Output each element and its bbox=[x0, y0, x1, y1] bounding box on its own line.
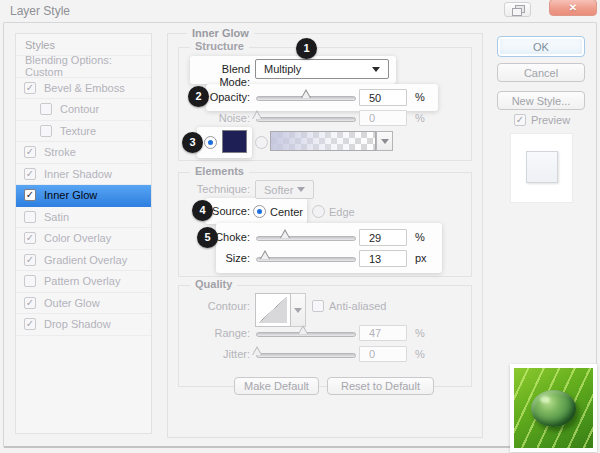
glow-color-radio[interactable] bbox=[204, 136, 217, 149]
slider-thumb[interactable] bbox=[252, 110, 262, 119]
style-preview-box bbox=[510, 133, 573, 203]
sidebar-item-gradient-overlay[interactable]: ✓ Gradient Overlay bbox=[16, 250, 151, 272]
checkbox-icon[interactable] bbox=[40, 103, 52, 115]
opacity-slider[interactable] bbox=[256, 96, 356, 101]
annotation-badge-5: 5 bbox=[197, 227, 218, 248]
noise-slider[interactable] bbox=[256, 117, 356, 122]
size-slider[interactable] bbox=[256, 257, 356, 262]
sidebar-item-inner-shadow[interactable]: ✓ Inner Shadow bbox=[16, 164, 151, 186]
close-button[interactable]: ✕ bbox=[549, 0, 597, 16]
glow-color-swatch[interactable] bbox=[222, 130, 247, 153]
sidebar-item-color-overlay[interactable]: ✓ Color Overlay bbox=[16, 228, 151, 250]
size-value-input[interactable] bbox=[359, 250, 407, 267]
preview-checkbox[interactable]: ✓ bbox=[514, 114, 526, 126]
checkbox-icon[interactable]: ✓ bbox=[24, 189, 36, 201]
sidebar-item-contour[interactable]: Contour bbox=[16, 99, 151, 121]
technique-dropdown[interactable]: Softer bbox=[255, 180, 314, 199]
make-default-button[interactable]: Make Default bbox=[234, 377, 319, 395]
checkbox-icon[interactable]: ✓ bbox=[24, 82, 36, 94]
sidebar-item-label: Satin bbox=[44, 211, 69, 223]
technique-label: Technique: bbox=[190, 183, 250, 196]
sidebar-item-stroke[interactable]: ✓ Stroke bbox=[16, 142, 151, 164]
sidebar-item-label: Inner Shadow bbox=[44, 168, 112, 180]
glow-gradient-radio[interactable] bbox=[255, 136, 268, 149]
checkbox-icon[interactable]: ✓ bbox=[24, 318, 36, 330]
range-label: Range: bbox=[190, 327, 250, 340]
chevron-down-icon bbox=[297, 187, 305, 192]
sidebar-item-label: Color Overlay bbox=[44, 232, 111, 244]
reset-to-default-button[interactable]: Reset to Default bbox=[327, 377, 434, 395]
blend-mode-dropdown[interactable]: Multiply bbox=[255, 59, 389, 79]
ok-button[interactable]: OK bbox=[497, 36, 585, 57]
source-edge-radio[interactable] bbox=[312, 205, 325, 218]
slider-thumb[interactable] bbox=[301, 89, 311, 98]
range-slider[interactable] bbox=[256, 332, 356, 337]
range-unit: % bbox=[415, 327, 425, 340]
checkbox-icon[interactable]: ✓ bbox=[24, 168, 36, 180]
sidebar-item-label: Gradient Overlay bbox=[44, 254, 127, 266]
jitter-label: Jitter: bbox=[190, 348, 250, 361]
glow-gradient-bar[interactable] bbox=[270, 131, 376, 151]
sidebar-item-label: Blending Options: Custom bbox=[25, 54, 151, 78]
sidebar-item-outer-glow[interactable]: ✓ Outer Glow bbox=[16, 293, 151, 315]
sidebar-item-label: Bevel & Emboss bbox=[44, 82, 125, 94]
chevron-down-icon bbox=[381, 139, 389, 144]
water-drop bbox=[531, 390, 576, 427]
noise-value-input[interactable] bbox=[359, 110, 407, 126]
sidebar-item-inner-glow[interactable]: ✓ Inner Glow bbox=[16, 185, 151, 207]
window-title: Layer Style bbox=[10, 4, 70, 18]
jitter-value-input[interactable] bbox=[359, 346, 407, 362]
checkbox-icon[interactable] bbox=[40, 125, 52, 137]
elements-legend: Elements bbox=[190, 165, 249, 178]
sidebar-item-pattern-overlay[interactable]: Pattern Overlay bbox=[16, 271, 151, 293]
checkbox-icon[interactable]: ✓ bbox=[24, 254, 36, 266]
cancel-button[interactable]: Cancel bbox=[497, 63, 585, 82]
technique-value: Softer bbox=[264, 184, 297, 196]
sidebar-item-satin[interactable]: Satin bbox=[16, 207, 151, 229]
sidebar-header-label: Styles bbox=[25, 39, 55, 51]
slider-thumb[interactable] bbox=[260, 250, 270, 259]
restore-window-icon bbox=[512, 5, 524, 14]
size-unit: px bbox=[415, 252, 427, 265]
sidebar-item-drop-shadow[interactable]: ✓ Drop Shadow bbox=[16, 314, 151, 336]
opacity-value-input[interactable] bbox=[359, 89, 407, 106]
sidebar-item-label: Outer Glow bbox=[44, 297, 100, 309]
preview-label: Preview bbox=[531, 114, 570, 126]
sidebar-item-label: Pattern Overlay bbox=[44, 275, 120, 287]
slider-thumb[interactable] bbox=[252, 346, 262, 355]
range-value-input[interactable] bbox=[359, 325, 407, 341]
slider-thumb[interactable] bbox=[280, 229, 290, 238]
checkbox-icon[interactable]: ✓ bbox=[24, 232, 36, 244]
antialiased-label: Anti-aliased bbox=[329, 300, 386, 313]
sidebar-item-blending-options[interactable]: Blending Options: Custom bbox=[16, 56, 151, 78]
sidebar-item-bevel-emboss[interactable]: ✓ Bevel & Emboss bbox=[16, 78, 151, 100]
new-style-button[interactable]: New Style... bbox=[497, 91, 585, 110]
noise-label: Noise: bbox=[190, 112, 250, 125]
choke-slider[interactable] bbox=[256, 236, 356, 241]
choke-unit: % bbox=[415, 231, 425, 244]
chevron-down-icon bbox=[372, 67, 380, 72]
source-center-radio[interactable] bbox=[253, 205, 266, 218]
antialiased-checkbox[interactable] bbox=[312, 300, 324, 312]
restore-window-button[interactable] bbox=[504, 2, 531, 17]
gradient-picker-button[interactable] bbox=[376, 131, 393, 151]
contour-preview[interactable] bbox=[255, 293, 291, 327]
jitter-slider[interactable] bbox=[256, 353, 356, 358]
source-edge-label: Edge bbox=[329, 206, 355, 219]
annotation-badge-1: 1 bbox=[296, 38, 317, 59]
sidebar-item-texture[interactable]: Texture bbox=[16, 121, 151, 143]
sidebar-item-label: Texture bbox=[60, 125, 96, 137]
checkbox-icon[interactable] bbox=[24, 211, 36, 223]
slider-thumb[interactable] bbox=[298, 325, 308, 334]
sidebar-item-label: Stroke bbox=[44, 146, 76, 158]
contour-picker-button[interactable] bbox=[291, 293, 306, 327]
checkbox-icon[interactable] bbox=[24, 275, 36, 287]
jitter-unit: % bbox=[415, 348, 425, 361]
checkbox-icon[interactable]: ✓ bbox=[24, 297, 36, 309]
panel-title: Inner Glow bbox=[187, 27, 254, 40]
quality-legend: Quality bbox=[190, 278, 237, 291]
annotation-badge-3: 3 bbox=[182, 132, 203, 153]
choke-value-input[interactable] bbox=[359, 229, 407, 246]
contour-label: Contour: bbox=[190, 300, 250, 313]
checkbox-icon[interactable]: ✓ bbox=[24, 146, 36, 158]
